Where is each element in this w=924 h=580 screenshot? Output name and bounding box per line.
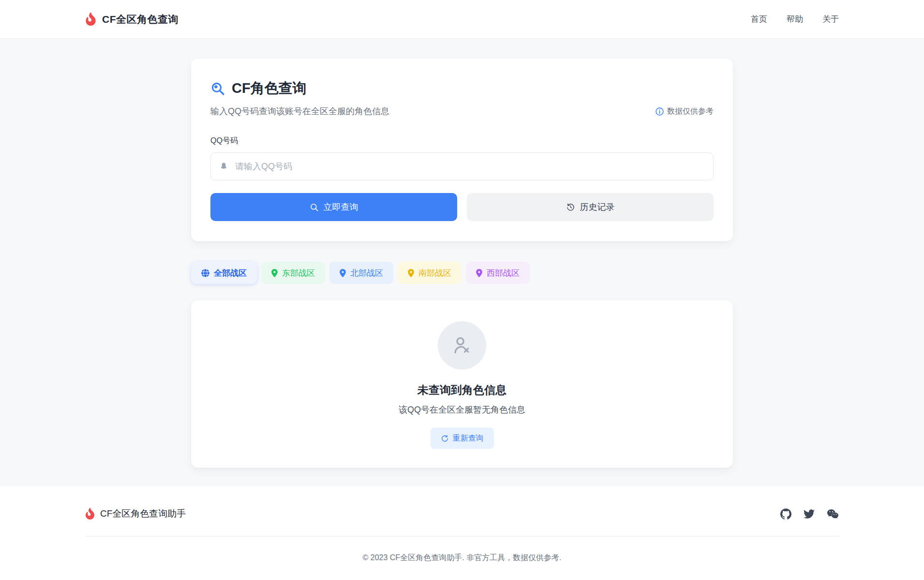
search-card: CF角色查询 输入QQ号码查询该账号在全区全服的角色信息 数据仅供参考 QQ号码 bbox=[191, 59, 733, 241]
empty-state-title: 未查询到角色信息 bbox=[417, 383, 507, 398]
map-pin-icon bbox=[271, 269, 278, 277]
qq-penguin-icon bbox=[219, 162, 228, 171]
map-pin-icon bbox=[408, 269, 414, 277]
search-now-button[interactable]: 立即查询 bbox=[210, 193, 457, 221]
wechat-icon[interactable] bbox=[827, 508, 839, 520]
zone-chip-north[interactable]: 北部战区 bbox=[329, 262, 393, 284]
twitter-icon[interactable] bbox=[804, 508, 815, 520]
site-title: CF全区角色查询 bbox=[102, 13, 179, 26]
qq-field-label: QQ号码 bbox=[210, 136, 714, 146]
avatar bbox=[438, 321, 486, 370]
retry-search-button[interactable]: 重新查询 bbox=[431, 428, 494, 449]
map-pin-icon bbox=[476, 269, 482, 277]
footer-brand: CF全区角色查询助手 bbox=[85, 507, 186, 520]
page-subtitle: 输入QQ号码查询该账号在全区全服的角色信息 bbox=[210, 105, 389, 117]
globe-icon bbox=[201, 269, 209, 277]
zone-chip-west[interactable]: 西部战区 bbox=[466, 262, 530, 284]
zone-chip-east[interactable]: 东部战区 bbox=[261, 262, 325, 284]
social-links bbox=[780, 508, 839, 520]
user-x-icon bbox=[451, 334, 473, 357]
main-nav: 首页 帮助 关于 bbox=[751, 14, 839, 25]
brand: CF全区角色查询 bbox=[85, 13, 179, 26]
zone-filter-bar: 全部战区 东部战区 北部战区 南部战区 西部战区 bbox=[191, 262, 733, 284]
main-content: CF角色查询 输入QQ号码查询该账号在全区全服的角色信息 数据仅供参考 QQ号码 bbox=[191, 59, 733, 468]
empty-state-message: 该QQ号在全区全服暂无角色信息 bbox=[399, 404, 525, 416]
footer-brand-text: CF全区角色查询助手 bbox=[100, 507, 186, 520]
copyright-text: © 2023 CF全区角色查询助手. 非官方工具，数据仅供参考. bbox=[85, 536, 839, 580]
zone-chip-south[interactable]: 南部战区 bbox=[398, 262, 462, 284]
map-pin-icon bbox=[340, 269, 346, 277]
github-icon[interactable] bbox=[780, 508, 791, 520]
search-eye-icon bbox=[210, 81, 225, 96]
data-disclaimer: 数据仅供参考 bbox=[656, 106, 714, 117]
site-footer: CF全区角色查询助手 © 2023 CF全区角色查询助手. 非官方工具，数据仅供… bbox=[0, 486, 924, 580]
refresh-icon bbox=[441, 434, 449, 443]
flame-icon bbox=[85, 13, 96, 26]
qq-number-input[interactable] bbox=[210, 152, 714, 180]
zone-chip-all[interactable]: 全部战区 bbox=[191, 262, 257, 284]
site-header: CF全区角色查询 首页 帮助 关于 bbox=[0, 0, 924, 39]
flame-icon bbox=[85, 508, 95, 520]
search-icon bbox=[310, 203, 319, 212]
nav-item-help[interactable]: 帮助 bbox=[787, 14, 803, 25]
history-button[interactable]: 历史记录 bbox=[467, 193, 714, 221]
nav-item-about[interactable]: 关于 bbox=[822, 14, 839, 25]
page-title: CF角色查询 bbox=[232, 79, 307, 98]
info-icon bbox=[656, 107, 664, 116]
nav-item-home[interactable]: 首页 bbox=[751, 14, 767, 25]
history-icon bbox=[566, 203, 575, 212]
disclaimer-text: 数据仅供参考 bbox=[667, 106, 714, 117]
result-empty-state: 未查询到角色信息 该QQ号在全区全服暂无角色信息 重新查询 bbox=[191, 300, 733, 468]
